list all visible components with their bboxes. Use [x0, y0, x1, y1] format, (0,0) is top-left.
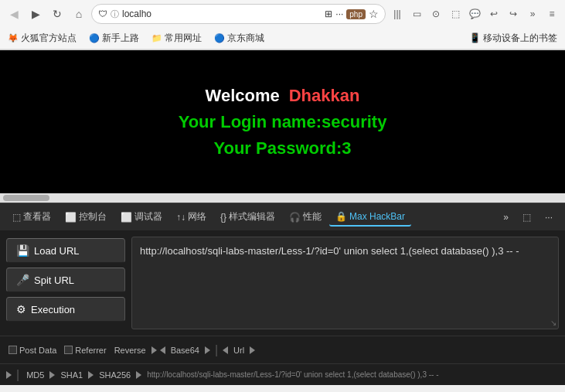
- bookmark-label: 京东商城: [227, 32, 264, 45]
- hackbar-bottom-row2: | MD5 SHA1 SHA256 http://localhost/sqli-…: [0, 363, 565, 385]
- devtools-bar: ⬚ 查看器 ⬜ 控制台 ⬜ 调试器 ↑↓ 网络 {} 样式编辑器 🎧 性能 🔒 …: [0, 203, 565, 230]
- library-icon[interactable]: |||: [389, 5, 406, 22]
- folder-icon: 📁: [151, 33, 162, 43]
- php-badge: php: [346, 9, 366, 19]
- base64-label: Base64: [171, 346, 199, 355]
- arrow-right-3: [250, 346, 255, 354]
- hamburger-menu[interactable]: ≡: [543, 5, 560, 22]
- inspector-icon: ⬚: [12, 212, 21, 223]
- referrer-item[interactable]: Referrer: [62, 344, 108, 356]
- md5-btn[interactable]: MD5: [24, 369, 46, 381]
- firefox-icon: 🦊: [8, 33, 19, 43]
- back-arrow-icon[interactable]: ↩: [485, 5, 502, 22]
- password-line: Your Password:3: [213, 138, 351, 159]
- post-data-label: Post Data: [19, 346, 56, 355]
- style-icon: {}: [220, 212, 226, 223]
- nav-bar: ◀ ▶ ↻ ⌂ 🛡 ⓘ localho ⊞ ··· php ☆ ||| ▭ ⊙ …: [0, 0, 565, 28]
- perf-icon: 🎧: [289, 212, 301, 223]
- h-scrollbar-thumb[interactable]: [3, 195, 49, 201]
- username-text: Dhakkan: [289, 86, 360, 106]
- forward-arrow-icon[interactable]: ↪: [505, 5, 522, 22]
- bookmark-jd[interactable]: 🔵 京东商城: [211, 30, 267, 46]
- bookmark-label: 常用网址: [165, 32, 202, 45]
- shield-icon: 🛡: [98, 9, 107, 19]
- star-icon[interactable]: ☆: [369, 8, 379, 20]
- resize-handle[interactable]: ↘: [550, 319, 556, 327]
- load-url-button[interactable]: 💾 Load URL: [6, 238, 125, 263]
- home-button[interactable]: ⌂: [70, 5, 88, 23]
- hackbar-url-area[interactable]: http://localhost/sqli-labs-master/Less-1…: [131, 237, 559, 329]
- arrow-right-7: [136, 371, 141, 379]
- md5-label: MD5: [26, 370, 44, 380]
- devtool-hackbar[interactable]: 🔒 Max HackBar: [329, 208, 411, 227]
- nav-icons: ||| ▭ ⊙ ⬚ 💬 ↩ ↪ » ≡: [389, 5, 560, 22]
- reverse-btn[interactable]: Reverse: [112, 344, 148, 356]
- base64-btn[interactable]: Base64: [168, 344, 202, 356]
- devtool-debugger[interactable]: ⬜ 调试器: [114, 207, 168, 227]
- reverse-label: Reverse: [114, 346, 146, 355]
- bookmark-mobile[interactable]: 📱 移动设备上的书签: [466, 30, 560, 46]
- hackbar-bottom-row1: Post Data Referrer Reverse Base64 | Url: [0, 336, 565, 363]
- execution-button[interactable]: ⚙ Execution: [6, 297, 125, 322]
- devtool-style-editor[interactable]: {} 样式编辑器: [214, 207, 281, 227]
- newbie-icon: 🔵: [89, 33, 100, 43]
- url-display: http://localhost/sqli-labs-master/Less-1…: [145, 369, 559, 380]
- post-data-item[interactable]: Post Data: [6, 344, 59, 356]
- forward-button[interactable]: ▶: [26, 5, 45, 23]
- messages-icon[interactable]: 💬: [466, 5, 483, 22]
- browser-chrome: ◀ ▶ ↻ ⌂ 🛡 ⓘ localho ⊞ ··· php ☆ ||| ▭ ⊙ …: [0, 0, 565, 50]
- welcome-text: Welcome: [206, 86, 280, 106]
- arrow-right-2: [205, 346, 210, 354]
- back-button[interactable]: ◀: [5, 5, 23, 23]
- lock-icon: 🔒: [335, 211, 347, 222]
- bookmark-newbie[interactable]: 🔵 新手上路: [86, 30, 142, 46]
- devtools-panel-toggle[interactable]: ⬚: [516, 209, 537, 226]
- load-url-label: Load URL: [34, 245, 80, 257]
- grid-icon: ⊞: [325, 9, 332, 19]
- execution-label: Execution: [31, 304, 75, 315]
- address-bar[interactable]: 🛡 ⓘ localho ⊞ ··· php ☆: [91, 4, 386, 24]
- mic-icon: 🎤: [16, 274, 29, 286]
- split-url-label: Spit URL: [34, 274, 74, 286]
- dots-menu[interactable]: ···: [335, 9, 343, 19]
- hackbar-top: 💾 Load URL 🎤 Spit URL ⚙ Execution http:/…: [0, 230, 565, 336]
- sha256-label: SHA256: [99, 370, 131, 380]
- sha1-label: SHA1: [60, 370, 83, 380]
- sha1-btn[interactable]: SHA1: [58, 369, 85, 381]
- devtool-inspector[interactable]: ⬚ 查看器: [6, 207, 57, 227]
- post-data-checkbox[interactable]: [9, 346, 17, 354]
- devtool-network[interactable]: ↑↓ 网络: [170, 207, 213, 227]
- sha256-btn[interactable]: SHA256: [97, 369, 133, 381]
- web-content: Welcome Dhakkan Your Login name:security…: [0, 50, 565, 193]
- synced-tabs-icon[interactable]: ⊙: [427, 5, 444, 22]
- console-icon: ⬜: [65, 212, 77, 223]
- info-icon: ⓘ: [111, 9, 119, 20]
- devtool-console[interactable]: ⬜ 控制台: [59, 207, 113, 227]
- gear-icon: ⚙: [16, 303, 26, 315]
- overflow-icon[interactable]: »: [524, 5, 541, 22]
- hackbar-url-text[interactable]: http://localhost/sqli-labs-master/Less-1…: [132, 237, 558, 265]
- login-line: Your Login name:security: [179, 112, 387, 132]
- referrer-label: Referrer: [75, 346, 106, 355]
- devtools-overflow[interactable]: »: [497, 209, 515, 226]
- devtools-menu[interactable]: ···: [539, 209, 559, 226]
- reload-button[interactable]: ↻: [48, 5, 66, 23]
- bookmark-common[interactable]: 📁 常用网址: [148, 30, 205, 46]
- devtool-performance[interactable]: 🎧 性能: [283, 207, 328, 227]
- sidebar-icon[interactable]: ▭: [408, 5, 425, 22]
- bookmarks-bar: 🦊 火狐官方站点 🔵 新手上路 📁 常用网址 🔵 京东商城 📱 移动设备上的书签: [0, 28, 565, 49]
- hackbar-buttons: 💾 Load URL 🎤 Spit URL ⚙ Execution: [0, 230, 131, 336]
- separator-2: |: [16, 368, 19, 382]
- split-url-button[interactable]: 🎤 Spit URL: [6, 268, 125, 292]
- network-icon: ↑↓: [176, 212, 185, 223]
- url-btn[interactable]: Url: [231, 344, 247, 356]
- referrer-checkbox[interactable]: [64, 346, 73, 354]
- arrow-left-1: [160, 346, 165, 354]
- screenshot-icon[interactable]: ⬚: [447, 5, 464, 22]
- bookmark-firefox[interactable]: 🦊 火狐官方站点: [5, 30, 80, 46]
- separator-1: |: [215, 343, 218, 357]
- address-text: localho: [122, 9, 322, 19]
- url-label: Url: [233, 346, 244, 355]
- h-scrollbar[interactable]: [0, 193, 565, 203]
- arrow-right-6: [88, 371, 94, 379]
